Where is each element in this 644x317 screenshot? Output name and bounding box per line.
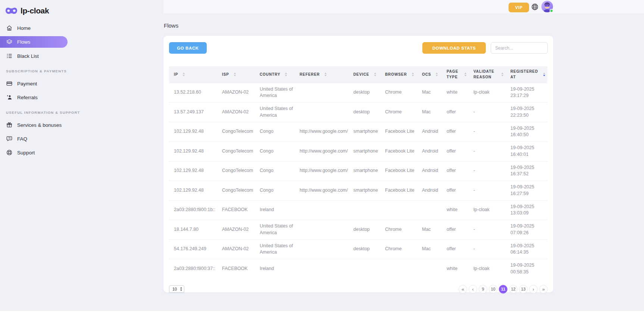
flows-table: IPISPCOUNTRYREFERERDEVICEBROWSEROCSPAGE … bbox=[169, 66, 547, 279]
cell-isp: CongoTelecom bbox=[217, 161, 255, 181]
pagination-page-11[interactable]: 11 bbox=[499, 285, 507, 294]
cell-page_type: white bbox=[442, 83, 469, 103]
column-header-registered_at[interactable]: REGISTERED AT bbox=[506, 66, 547, 83]
cell-referer bbox=[295, 83, 348, 103]
brand-logo[interactable]: lp-cloak bbox=[0, 0, 75, 17]
bottom-strip bbox=[0, 311, 644, 317]
cell-referer bbox=[295, 200, 348, 220]
cell-ocs bbox=[417, 259, 442, 279]
globe-icon[interactable] bbox=[531, 3, 539, 11]
cell-device: smartphone bbox=[348, 142, 380, 161]
cell-validate_reason: lp-cloak bbox=[469, 259, 506, 279]
cell-referer: http://www.google.com/ bbox=[295, 122, 348, 142]
page-size-value: 10 bbox=[172, 287, 177, 291]
column-header-validate_reason[interactable]: VALIDATE REASON bbox=[469, 66, 506, 83]
pagination-page-10[interactable]: 10 bbox=[489, 285, 497, 294]
cell-device: desktop bbox=[348, 83, 380, 103]
cell-page_type: white bbox=[442, 200, 469, 220]
sidebar-item-support[interactable]: Support bbox=[0, 147, 75, 158]
cell-browser: Chrome bbox=[380, 239, 417, 259]
cell-isp: AMAZON-02 bbox=[217, 239, 255, 259]
table-footer: 10 «‹910111213›» bbox=[163, 279, 553, 294]
cell-registered_at: 19-09-202516:37:52 bbox=[506, 161, 547, 181]
sidebar-item-label: Referrals bbox=[17, 95, 38, 100]
cell-validate_reason: - bbox=[469, 181, 506, 201]
page-size-select[interactable]: 10 bbox=[169, 285, 184, 293]
cell-registered_at: 19-09-202516:27:59 bbox=[506, 181, 547, 201]
column-header-isp[interactable]: ISP bbox=[217, 66, 255, 83]
cell-ocs: Android bbox=[417, 181, 442, 201]
sidebar-item-payment[interactable]: Payment bbox=[0, 78, 75, 89]
cell-ip: 102.129.92.48 bbox=[169, 142, 217, 161]
cell-device: desktop bbox=[348, 103, 380, 122]
pagination-page-9[interactable]: 9 bbox=[479, 285, 487, 294]
pagination-prev[interactable]: ‹ bbox=[469, 285, 477, 294]
sort-icon bbox=[501, 72, 504, 77]
cell-ip: 54.176.249.249 bbox=[169, 239, 217, 259]
go-back-button[interactable]: GO BACK bbox=[169, 42, 207, 54]
download-stats-button[interactable]: DOWNLOAD STATS bbox=[422, 42, 486, 54]
sidebar-item-referrals[interactable]: Referrals bbox=[0, 92, 75, 103]
flow-row: 13.52.218.60AMAZON-02United States of Am… bbox=[169, 83, 547, 103]
sidebar-section-subscription: SUBSCRIPTION & PAYMENTS bbox=[0, 69, 75, 73]
blacklist-icon bbox=[6, 53, 13, 59]
cell-validate_reason: - bbox=[469, 239, 506, 259]
sidebar-item-home[interactable]: Home bbox=[0, 22, 75, 34]
pagination-page-12[interactable]: 12 bbox=[509, 285, 518, 294]
vip-button[interactable]: VIP bbox=[509, 3, 529, 12]
cell-device bbox=[348, 259, 380, 279]
cell-ip: 13.52.218.60 bbox=[169, 83, 217, 103]
cell-country: Congo bbox=[255, 122, 295, 142]
cell-page_type: offer bbox=[442, 220, 469, 240]
cell-ip: 18.144.7.80 bbox=[169, 220, 217, 240]
search-input[interactable] bbox=[491, 42, 548, 54]
column-header-country[interactable]: COUNTRY bbox=[255, 66, 295, 83]
column-header-ip[interactable]: IP bbox=[169, 66, 217, 83]
cell-validate_reason: - bbox=[469, 161, 506, 181]
pagination-page-13[interactable]: 13 bbox=[519, 285, 528, 294]
cell-ocs: Mac bbox=[417, 103, 442, 122]
sort-icon bbox=[233, 72, 237, 77]
cell-device: smartphone bbox=[348, 181, 380, 201]
cell-validate_reason: lp-cloak bbox=[469, 83, 506, 103]
column-header-referer[interactable]: REFERER bbox=[295, 66, 348, 83]
cell-isp: FACEBOOK bbox=[217, 200, 255, 220]
column-header-ocs[interactable]: OCS bbox=[417, 66, 442, 83]
page-title: Flows bbox=[164, 22, 178, 29]
flow-row: 102.129.92.48CongoTelecomCongohttp://www… bbox=[169, 181, 547, 201]
cell-registered_at: 19-09-202516:40:50 bbox=[506, 122, 547, 142]
cell-registered_at: 19-09-202522:23:50 bbox=[506, 103, 547, 122]
sidebar-item-black-list[interactable]: Black List bbox=[0, 50, 75, 62]
sidebar-item-services-bonuses[interactable]: Services & bonuses bbox=[0, 119, 75, 131]
sidebar-item-label: Flows bbox=[17, 39, 30, 45]
sidebar-item-label: Black List bbox=[17, 53, 39, 59]
sidebar-item-flows[interactable]: Flows bbox=[0, 36, 68, 48]
cell-referer bbox=[295, 103, 348, 122]
cell-page_type: offer bbox=[442, 142, 469, 161]
mask-icon bbox=[5, 7, 18, 15]
column-header-page_type[interactable]: PAGE TYPE bbox=[442, 66, 469, 83]
column-header-device[interactable]: DEVICE bbox=[348, 66, 380, 83]
user-avatar[interactable] bbox=[541, 1, 553, 12]
flow-row: 2a03:2880:f800:37::FACEBOOKIrelandwhitel… bbox=[169, 259, 547, 279]
cell-page_type: offer bbox=[442, 122, 469, 142]
cell-browser: Facebook Lite bbox=[380, 122, 417, 142]
cell-ip: 102.129.92.48 bbox=[169, 161, 217, 181]
home-icon bbox=[6, 25, 13, 31]
cell-browser: Facebook Lite bbox=[380, 181, 417, 201]
cell-registered_at: 19-09-202513:03:09 bbox=[506, 200, 547, 220]
sort-icon bbox=[435, 72, 438, 77]
cell-page_type: offer bbox=[442, 161, 469, 181]
payment-icon bbox=[6, 80, 13, 87]
cell-registered_at: 19-09-202506:14:35 bbox=[506, 239, 547, 259]
pagination-last[interactable]: » bbox=[539, 285, 548, 294]
sidebar-item-faq[interactable]: ?! FAQ bbox=[0, 133, 75, 144]
cell-browser: Facebook Lite bbox=[380, 142, 417, 161]
cell-page_type: white bbox=[442, 259, 469, 279]
cell-ip: 102.129.92.48 bbox=[169, 181, 217, 201]
cell-registered_at: 19-09-202523:17:29 bbox=[506, 83, 547, 103]
column-header-browser[interactable]: BROWSER bbox=[380, 66, 417, 83]
cell-browser: Facebook Lite bbox=[380, 161, 417, 181]
pagination-next[interactable]: › bbox=[529, 285, 538, 294]
pagination-first[interactable]: « bbox=[459, 285, 467, 294]
